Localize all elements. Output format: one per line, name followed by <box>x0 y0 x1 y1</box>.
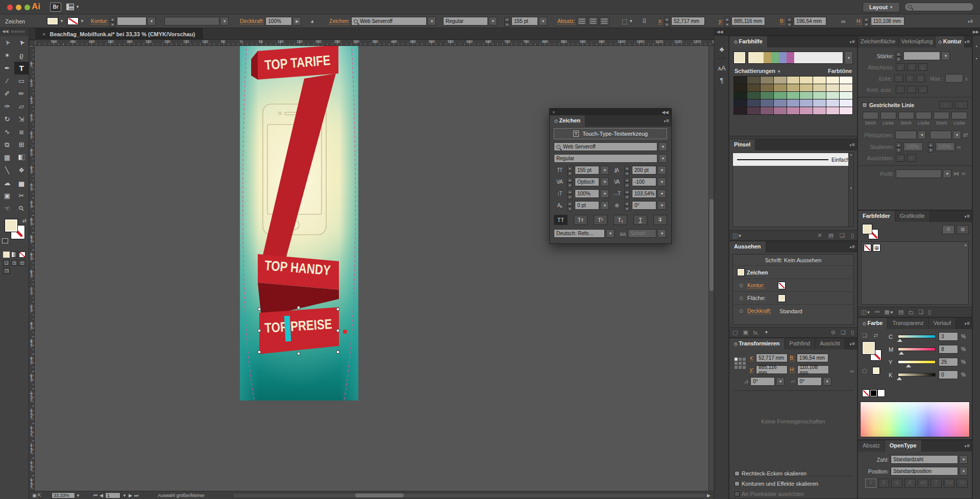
b-field[interactable]: 196,54 mm <box>794 17 826 26</box>
brush-list-scrollbar[interactable]: ▲▼ <box>848 153 853 227</box>
zeichen-label[interactable]: Zeichen: <box>329 18 350 24</box>
fill-proxy[interactable] <box>862 224 872 234</box>
color-variation-swatch[interactable] <box>813 77 826 84</box>
tab-pathfinder[interactable]: Pathfind <box>785 338 815 350</box>
color-variation-swatch[interactable] <box>840 84 852 91</box>
eyedropper-tool[interactable]: ╲ <box>0 164 14 177</box>
free-transform-tool[interactable]: ⧈ <box>14 126 29 138</box>
font-style-field[interactable]: Regular <box>443 17 488 26</box>
line-segment-tool[interactable]: ∕ <box>0 74 14 87</box>
arrowhead-start-field[interactable] <box>895 131 917 139</box>
y-field[interactable]: 885,116 mm <box>731 17 765 26</box>
color-mode-button[interactable] <box>3 252 10 258</box>
close-panel-icon[interactable]: × <box>552 110 555 115</box>
chevron-down-icon[interactable]: ▼ <box>540 17 547 26</box>
zoom-level-control[interactable]: 33,33%▼ <box>52 492 80 499</box>
scale-strokes-checkbox-row[interactable]: Konturen und Effekte skalieren <box>730 479 822 488</box>
anti-alias-field[interactable]: Scharf <box>628 229 656 238</box>
small-caps-button[interactable]: Tᴛ <box>574 215 587 225</box>
panel-menu-icon[interactable]: ≡ <box>965 213 970 219</box>
dashed-line-checkbox[interactable]: − <box>862 103 867 108</box>
draw-normal-button[interactable]: ❏ <box>3 260 10 266</box>
vertical-scrollbar[interactable] <box>708 46 714 491</box>
fill-color-control[interactable]: ▼ <box>47 14 64 28</box>
opentype-feature-button[interactable]: A <box>904 479 916 488</box>
opentype-feature-button[interactable]: T <box>930 479 942 488</box>
panel-menu-icon[interactable]: ≡ <box>965 39 970 44</box>
harmony-swatch[interactable] <box>764 52 771 63</box>
color-variation-swatch[interactable] <box>774 107 787 114</box>
selection-handle[interactable] <box>297 306 300 309</box>
stroke-none-swatch[interactable] <box>67 17 79 25</box>
chevron-down-icon[interactable]: ▼ <box>953 131 961 139</box>
draw-behind-button[interactable]: ◳ <box>11 260 18 266</box>
tab-opentype[interactable]: OpenType <box>885 440 922 452</box>
tab-absatz[interactable]: Absatz <box>858 440 885 452</box>
add-effect-icon[interactable]: fx. <box>753 330 760 336</box>
slider-thumb[interactable] <box>897 377 902 380</box>
character-styles-panel-icon[interactable]: ᴀA <box>715 62 729 74</box>
font-style-field[interactable]: Regular <box>554 154 657 163</box>
control-bar-menu[interactable]: ≡ <box>968 14 973 28</box>
chevron-down-icon[interactable]: ▼ <box>601 166 609 174</box>
appearance-opacity-row[interactable]: ⊙Deckkraft:Standard <box>733 305 853 317</box>
tab-pinsel[interactable]: Pinsel <box>729 139 755 151</box>
h-label[interactable]: H: <box>856 18 862 24</box>
h-label[interactable]: H: <box>790 366 795 373</box>
color-variation-swatch[interactable] <box>787 84 800 91</box>
dash-preset-icon[interactable]: ⌻ <box>939 101 952 109</box>
position-field[interactable]: Standardposition <box>891 467 958 476</box>
baseline-shift-field-stepper[interactable]: ▲▼ <box>567 201 573 210</box>
font-size-field[interactable]: 155 pt <box>511 17 538 26</box>
harmony-swatch[interactable] <box>756 52 764 63</box>
step-down-icon[interactable]: ▼ <box>624 183 630 188</box>
chevron-down-icon[interactable]: ▼ <box>919 131 926 139</box>
grid-view-button[interactable]: ▦ <box>957 225 969 234</box>
width-profile-field[interactable] <box>164 17 219 26</box>
selection-handle[interactable] <box>336 351 339 354</box>
transform-h-field[interactable]: 110,108 mm <box>797 365 829 374</box>
rotate-angle-field[interactable]: 0° <box>750 377 775 386</box>
panel-options-icon[interactable]: ▪ <box>973 40 980 52</box>
arrow-scale-stepper[interactable]: ▲▼ <box>928 142 934 151</box>
none-swatch[interactable] <box>864 244 871 252</box>
color-variation-swatch[interactable] <box>734 107 747 114</box>
transform-b-field[interactable]: 196,54 mm <box>797 354 828 362</box>
selection-handle[interactable] <box>297 352 300 355</box>
base-color-swatch[interactable] <box>733 52 746 64</box>
x-stepper[interactable]: ▲▼ <box>664 17 670 26</box>
k-value-field[interactable]: 0 <box>939 370 958 379</box>
shape-builder-tool[interactable]: ⧉ <box>0 138 14 151</box>
chevron-down-icon[interactable]: ▼ <box>960 455 968 464</box>
color-variation-swatch[interactable] <box>840 107 852 114</box>
reference-point-locator[interactable] <box>734 358 746 369</box>
status-icons[interactable]: ▣⇱ <box>32 492 41 499</box>
swatch-libraries-icon[interactable]: ◫▼ <box>861 309 870 315</box>
screen-mode-button[interactable]: ❐ <box>3 268 10 274</box>
slider-thumb[interactable] <box>906 364 911 367</box>
chevron-down-icon[interactable]: ▼ <box>845 51 853 64</box>
tab-farbfelder[interactable]: Farbfelder <box>858 211 895 222</box>
chevron-down-icon[interactable]: ▼ <box>601 201 609 210</box>
align-glyph-button[interactable]: ⠿ <box>642 14 647 28</box>
width-tool[interactable]: ∿ <box>0 126 14 138</box>
color-variation-swatch[interactable] <box>813 99 826 107</box>
link-icon[interactable]: ∞ <box>957 144 961 150</box>
color-variation-swatch[interactable] <box>747 92 760 99</box>
color-variation-swatch[interactable] <box>734 92 747 99</box>
color-variation-swatch[interactable] <box>826 107 839 114</box>
vertical-scale-field[interactable]: 100% <box>575 189 599 198</box>
new-brush-icon[interactable]: ❏ <box>840 232 845 239</box>
slice-tool[interactable]: ✂ <box>14 189 29 202</box>
join-bevel-button[interactable]: ◱ <box>916 74 925 82</box>
color-variation-swatch[interactable] <box>787 92 800 99</box>
y-value-field[interactable]: 25 <box>939 358 958 366</box>
horizontal-scrollbar[interactable] <box>232 493 707 498</box>
chevron-down-icon[interactable]: ▼ <box>942 52 950 60</box>
language-field[interactable]: Deutsch: Refo... <box>554 229 605 238</box>
chevron-down-icon[interactable]: ▼ <box>659 142 667 151</box>
stroke-weight-field[interactable] <box>903 52 940 60</box>
ruler-corner[interactable] <box>29 40 35 46</box>
artboard-number-field[interactable]: 1 <box>105 492 120 498</box>
color-variation-swatch[interactable] <box>826 84 839 91</box>
